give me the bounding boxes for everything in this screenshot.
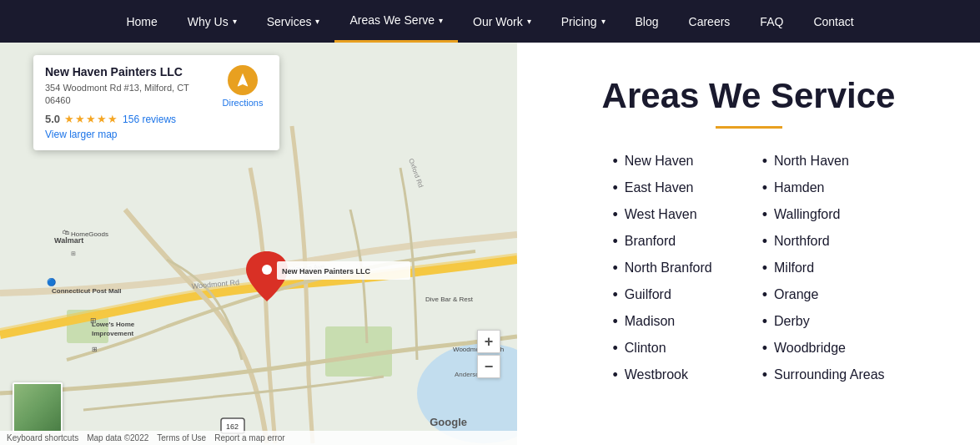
bullet-icon: • bbox=[612, 314, 617, 329]
area-list-item: •Surrounding Areas bbox=[762, 367, 885, 382]
area-list-item: •Wallingford bbox=[762, 207, 885, 222]
svg-text:🛍: 🛍 bbox=[63, 229, 69, 236]
svg-text:New Haven Painters LLC: New Haven Painters LLC bbox=[282, 267, 371, 276]
bullet-icon: • bbox=[612, 260, 617, 276]
nav-item-why-us[interactable]: Why Us ▾ bbox=[173, 0, 252, 43]
map-background: Woodmont Rd Anderson Ave Oxford Rd Walma… bbox=[0, 43, 517, 445]
nav-item-areas-we-serve[interactable]: Areas We Serve ▾ bbox=[334, 0, 458, 43]
main-content: Woodmont Rd Anderson Ave Oxford Rd Walma… bbox=[0, 43, 980, 445]
areas-divider bbox=[716, 126, 782, 129]
area-list-item: •Madison bbox=[612, 314, 711, 329]
stars-icon: ★★★★★ bbox=[64, 113, 118, 125]
map-section: Woodmont Rd Anderson Ave Oxford Rd Walma… bbox=[0, 43, 517, 445]
nav-item-blog[interactable]: Blog bbox=[621, 0, 674, 43]
rating-score: 5.0 bbox=[45, 113, 60, 125]
map-controls: + − bbox=[477, 330, 500, 378]
bullet-icon: • bbox=[762, 260, 767, 276]
svg-text:Dive Bar & Rest: Dive Bar & Rest bbox=[425, 296, 474, 303]
area-list-item: •Woodbridge bbox=[762, 341, 885, 356]
chevron-down-icon: ▾ bbox=[233, 17, 237, 26]
chevron-down-icon: ▾ bbox=[601, 17, 606, 26]
keyboard-shortcuts-link[interactable]: Keyboard shortcuts bbox=[7, 433, 78, 442]
terms-of-use-link[interactable]: Terms of Use bbox=[157, 433, 206, 442]
area-list-item: •Westbrook bbox=[612, 367, 711, 382]
bullet-icon: • bbox=[612, 180, 617, 195]
svg-text:Lowe's Home: Lowe's Home bbox=[92, 321, 135, 328]
svg-text:⊞: ⊞ bbox=[71, 250, 76, 256]
chevron-down-icon: ▾ bbox=[527, 17, 531, 26]
directions-button[interactable]: Directions bbox=[218, 65, 268, 108]
area-list-item: •Derby bbox=[762, 314, 885, 329]
svg-text:Connecticut Post Mall: Connecticut Post Mall bbox=[52, 287, 122, 295]
nav-item-faq[interactable]: FAQ bbox=[745, 0, 798, 43]
directions-label: Directions bbox=[223, 98, 264, 108]
bullet-icon: • bbox=[762, 154, 767, 169]
bullet-icon: • bbox=[612, 207, 617, 222]
areas-title: Areas We Service bbox=[559, 76, 938, 116]
nav-item-our-work[interactable]: Our Work ▾ bbox=[458, 0, 546, 43]
map-thumbnail[interactable] bbox=[13, 382, 63, 432]
nav-item-careers[interactable]: Careers bbox=[674, 0, 746, 43]
svg-text:⊞: ⊞ bbox=[90, 316, 97, 325]
area-list-item: •East Haven bbox=[612, 180, 711, 195]
area-list-item: •Orange bbox=[762, 287, 885, 302]
bullet-icon: • bbox=[762, 207, 767, 222]
nav-item-home[interactable]: Home bbox=[111, 0, 172, 43]
area-list-item: •West Haven bbox=[612, 207, 711, 222]
areas-section: Areas We Service •New Haven•East Haven•W… bbox=[517, 43, 980, 445]
bullet-icon: • bbox=[762, 314, 767, 329]
popup-address: 354 Woodmont Rd #13, Milford, CT 06460 bbox=[45, 82, 209, 108]
nav-item-services[interactable]: Services ▾ bbox=[252, 0, 335, 43]
svg-point-23 bbox=[262, 265, 272, 275]
area-list-item: •Hamden bbox=[762, 180, 885, 195]
popup-header: New Haven Painters LLC 354 Woodmont Rd #… bbox=[45, 65, 268, 108]
bullet-icon: • bbox=[762, 341, 767, 356]
areas-left-column: •New Haven•East Haven•West Haven•Branfor… bbox=[612, 154, 711, 382]
area-list-item: •Branford bbox=[612, 234, 711, 249]
svg-text:HomeGoods: HomeGoods bbox=[71, 230, 108, 238]
popup-title: New Haven Painters LLC bbox=[45, 65, 209, 78]
nav-item-contact[interactable]: Contact bbox=[798, 0, 868, 43]
thumbnail-image bbox=[14, 384, 61, 431]
bullet-icon: • bbox=[612, 367, 617, 382]
area-list-item: •Milford bbox=[762, 260, 885, 276]
bullet-icon: • bbox=[762, 367, 767, 382]
map-footer: Keyboard shortcuts Map data ©2022 Terms … bbox=[0, 431, 517, 445]
google-logo: Google bbox=[430, 416, 467, 428]
area-list-item: •Guilford bbox=[612, 287, 711, 302]
bullet-icon: • bbox=[612, 287, 617, 302]
nav-item-pricing[interactable]: Pricing ▾ bbox=[546, 0, 621, 43]
bullet-icon: • bbox=[612, 154, 617, 169]
zoom-in-button[interactable]: + bbox=[477, 330, 500, 353]
svg-text:⊞: ⊞ bbox=[92, 346, 98, 353]
report-map-error-link[interactable]: Report a map error bbox=[214, 433, 284, 442]
area-list-item: •North Branford bbox=[612, 260, 711, 276]
navigation-icon bbox=[234, 72, 251, 88]
bullet-icon: • bbox=[762, 287, 767, 302]
directions-icon bbox=[228, 65, 258, 95]
map-data-label: Map data ©2022 bbox=[87, 433, 148, 442]
area-list-item: •Clinton bbox=[612, 341, 711, 356]
svg-text:Improvement: Improvement bbox=[92, 330, 134, 337]
zoom-out-button[interactable]: − bbox=[477, 355, 500, 378]
bullet-icon: • bbox=[762, 180, 767, 195]
areas-columns: •New Haven•East Haven•West Haven•Branfor… bbox=[559, 154, 938, 382]
chevron-down-icon: ▾ bbox=[439, 16, 443, 25]
area-list-item: •North Haven bbox=[762, 154, 885, 169]
popup-info: New Haven Painters LLC 354 Woodmont Rd #… bbox=[45, 65, 209, 108]
chevron-down-icon: ▾ bbox=[315, 17, 319, 26]
area-list-item: •Northford bbox=[762, 234, 885, 249]
bullet-icon: • bbox=[612, 341, 617, 356]
svg-text:162: 162 bbox=[226, 422, 239, 431]
bullet-icon: • bbox=[612, 234, 617, 249]
view-larger-map-link[interactable]: View larger map bbox=[45, 129, 268, 140]
areas-right-column: •North Haven•Hamden•Wallingford•Northfor… bbox=[762, 154, 885, 382]
review-count-link[interactable]: 156 reviews bbox=[123, 114, 176, 125]
bullet-icon: • bbox=[762, 234, 767, 249]
navigation: Home Why Us ▾ Services ▾ Areas We Serve … bbox=[0, 0, 980, 43]
popup-rating: 5.0 ★★★★★ 156 reviews bbox=[45, 113, 268, 125]
svg-text:🔵: 🔵 bbox=[47, 277, 57, 287]
area-list-item: •New Haven bbox=[612, 154, 711, 169]
map-info-popup: New Haven Painters LLC 354 Woodmont Rd #… bbox=[33, 55, 279, 150]
